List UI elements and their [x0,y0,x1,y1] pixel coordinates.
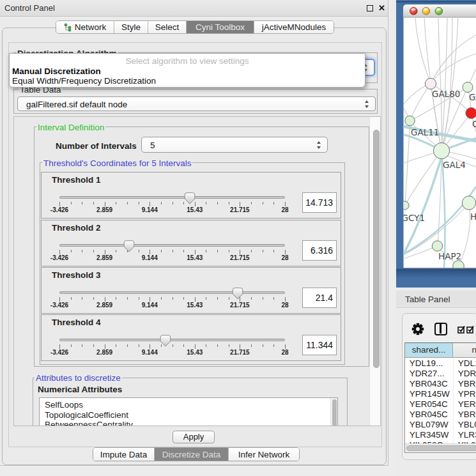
tab-cyni-toolbox[interactable]: Cyni Toolbox [186,21,254,33]
list-item-topologicalcoefficient[interactable]: TopologicalCoefficient [45,410,128,420]
threshold-slider-thumb[interactable] [232,288,243,300]
popup-item-equal-width[interactable]: Equal Width/Frequency Discretization [12,76,156,86]
split-columns-icon[interactable] [434,323,447,335]
threshold-slider-track[interactable] [59,291,285,294]
network-node-HAP2[interactable] [432,241,442,251]
tab-impute-data[interactable]: Impute Data [93,448,154,461]
tab-infer-network[interactable]: Infer Network [228,448,299,461]
tab-jactivemnodules[interactable]: jActiveMNodules [254,21,334,33]
popup-item-manual-discretization[interactable]: Manual Discretization [12,66,101,76]
gear-icon[interactable] [411,323,424,335]
network-node-H[interactable] [462,196,475,210]
slider-tick [183,297,184,300]
number-of-intervals-combobox[interactable]: 5 [141,137,328,153]
table-row[interactable]: YPR145WYPR145W [405,389,476,399]
table-row[interactable]: YER054CYER054C [405,399,476,410]
cell-name: YLR345W [458,430,476,440]
network-node-GA[interactable] [463,82,473,93]
table-horizontal-scrollbar-thumb[interactable] [406,445,476,451]
threshold-label: Threshold 3 [52,270,101,280]
close-icon[interactable]: ✕ [378,3,385,13]
threshold-value-field[interactable]: 21.4 [302,288,337,308]
table-data-combobox[interactable]: galFiltered.sif default node [17,96,376,111]
slider-tick-label: 2.859 [91,206,119,213]
network-view-window[interactable]: GAL80GACGAL11GAL4GCY1HHAP2 [396,0,476,288]
checkbox-icon[interactable] [466,325,474,334]
table-row[interactable]: YBR045CYBR045C [405,410,476,420]
threshold-slider-track[interactable] [59,339,285,341]
control-panel-titlebar[interactable]: Control Panel ✕ [0,0,388,17]
node-attribute-table: shared... name YDL19...YDL194WYDR27...YD… [404,342,476,452]
slider-tick [273,202,274,204]
slider-tick-label: 21.715 [226,302,254,309]
threshold-slider-thumb[interactable] [160,335,171,347]
threshold-slider-track[interactable] [59,196,285,199]
threshold-slider-thumb[interactable] [184,192,196,204]
settings-scrollpane: Interval Definition Number of Intervals … [13,116,381,426]
tab-style[interactable]: Style [114,21,148,33]
cell-name: YDR277C [458,369,476,379]
column-header-name[interactable]: name [453,343,476,357]
table-row[interactable]: YDL19...YDL194W [405,358,476,369]
tab-discretize-data[interactable]: Discretize Data [154,448,228,461]
cell-shared-name: YBR043C [410,379,448,389]
tab-select[interactable]: Select [148,21,186,33]
slider-tick [217,297,218,300]
cell-shared-name: YER054C [410,399,448,410]
settings-scrollbar[interactable] [369,117,381,426]
table-horizontal-scrollbar[interactable] [405,443,476,452]
slider-tick [263,344,263,347]
slider-tick [161,250,162,252]
numerical-attributes-label: Numerical Attributes [38,385,122,394]
column-header-shared-name[interactable]: shared... [405,343,453,357]
slider-tick-label: 28 [271,254,299,261]
network-node-GAL4[interactable] [433,142,449,158]
slider-tick [273,344,274,347]
slider-tick [173,297,173,300]
table-panel-header[interactable]: Table Panel [396,291,476,308]
slider-tick [82,344,82,347]
thresholds-group-title: Threshold's Coordinates for 5 Intervals [42,158,192,168]
network-node-GAL80[interactable] [425,78,436,89]
stepper-up-arrow [317,141,321,144]
tab-network[interactable]: Network [56,21,114,33]
threshold-value-field[interactable]: 11.344 [302,335,337,355]
network-node-GAL11[interactable] [405,116,415,125]
decorative-part [184,192,196,204]
threshold-value-field[interactable]: 6.316 [302,240,337,261]
threshold-slider-thumb[interactable] [123,240,135,252]
attributes-list-scrollbar[interactable] [330,398,337,426]
slider-tick-label: 15.43 [181,206,209,213]
traffic-light-gloss [436,8,441,11]
restore-icon[interactable] [367,5,373,12]
checkbox-icon[interactable] [457,325,465,334]
slider-tick [217,250,218,252]
slider-tick [59,250,60,254]
attributes-list-scrollbar-thumb[interactable] [332,399,337,426]
slider-tick [263,297,263,300]
settings-scrollbar-thumb[interactable] [373,130,380,368]
slider-tick [105,344,105,349]
threshold-value-field[interactable]: 14.713 [302,192,337,213]
list-item-betweennesscentrality[interactable]: BetweennessCentrality [45,420,133,426]
list-item-selfloops[interactable]: SelfLoops [45,400,83,410]
network-branch-node [65,24,67,26]
network-node-label: GAL4 [443,160,466,170]
slider-tick [217,202,218,204]
decorative-part [160,335,171,347]
slider-tick [273,250,274,252]
network-node-C[interactable] [466,107,476,118]
table-row[interactable]: YDR27...YDR277C [405,369,476,379]
table-row[interactable]: YBL079WYBL079W [405,420,476,430]
threshold-slider-track[interactable] [59,244,285,247]
network-node-label: GAL80 [432,89,460,99]
table-row[interactable]: YBR043CYBR043C [405,379,476,389]
attributes-list[interactable]: SelfLoopsTopologicalCoefficientBetweenne… [39,397,338,426]
table-row[interactable]: YLR345WYLR345W [405,430,476,440]
popup-placeholder-item[interactable]: Select algorithm to view settings [10,56,365,66]
apply-button[interactable]: Apply [173,431,215,443]
threshold-label: Threshold 2 [52,223,101,233]
table-panel-dock: Table Panel shared... name [396,291,476,476]
table-header-row: shared... name [405,343,476,358]
slider-tick [240,250,240,254]
